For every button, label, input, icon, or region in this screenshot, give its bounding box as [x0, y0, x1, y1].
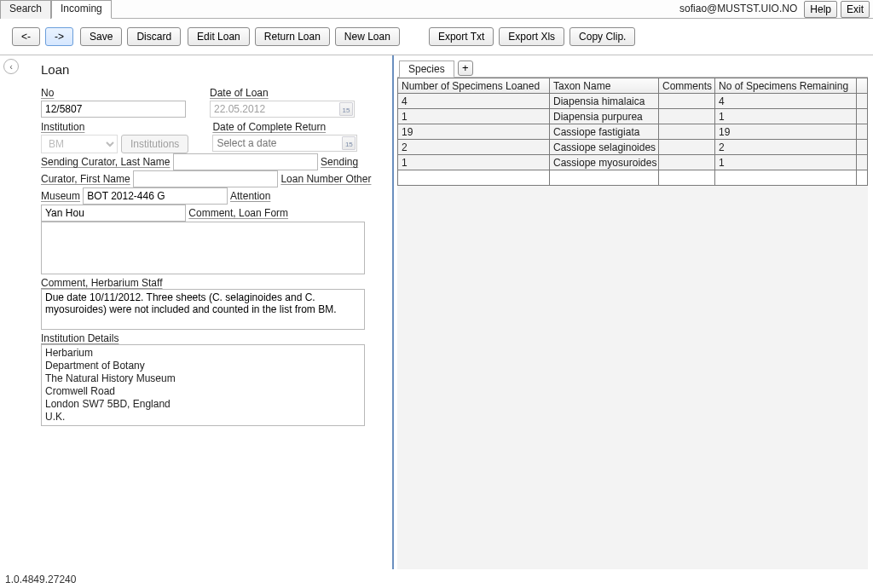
add-species-button[interactable]: + [458, 61, 473, 76]
collapse-left-icon[interactable]: ‹ [3, 59, 19, 74]
col-loaned[interactable]: Number of Specimens Loaned [398, 78, 550, 94]
label-attention: Attention [230, 190, 270, 202]
table-row[interactable]: 1Cassiope myosuroides1 [398, 155, 868, 170]
user-label: sofiao@MUSTST.UIO.NO [679, 0, 804, 14]
table-row[interactable]: 2Cassiope selaginoides2 [398, 140, 868, 155]
cell-comments[interactable] [659, 140, 715, 155]
col-comments[interactable]: Comments [659, 78, 715, 94]
cell-taxon[interactable]: Cassiope myosuroides [550, 155, 659, 170]
table-row[interactable]: 1Diapensia purpurea1 [398, 109, 868, 124]
label-inst-details: Institution Details [41, 332, 119, 344]
label-date-return: Date of Complete Return [212, 121, 357, 133]
loan-no-input[interactable] [41, 101, 186, 118]
table-row-empty[interactable] [398, 170, 868, 186]
cell-loaned[interactable]: 1 [398, 155, 550, 170]
col-extra[interactable] [857, 78, 868, 94]
cell-loaned[interactable]: 19 [398, 124, 550, 140]
cell-empty[interactable] [398, 170, 550, 186]
cell-extra[interactable] [857, 140, 868, 155]
cell-taxon[interactable]: Diapensia himalaica [550, 94, 659, 109]
grid-header-row: Number of Specimens Loaned Taxon Name Co… [398, 78, 868, 94]
sending-last-input[interactable] [173, 153, 318, 170]
institutions-button[interactable]: Institutions [121, 135, 188, 153]
cell-extra[interactable] [857, 109, 868, 124]
cell-comments[interactable] [659, 155, 715, 170]
cell-loaned[interactable]: 1 [398, 109, 550, 124]
species-grid: Number of Specimens Loaned Taxon Name Co… [397, 78, 868, 186]
discard-button[interactable]: Discard [127, 27, 181, 46]
label-institution: Institution [41, 121, 188, 133]
cell-extra[interactable] [857, 124, 868, 140]
top-tabs: Search Incoming [0, 0, 112, 19]
exit-button[interactable]: Exit [841, 1, 870, 18]
return-loan-button[interactable]: Return Loan [255, 27, 330, 46]
new-loan-button[interactable]: New Loan [335, 27, 400, 46]
cell-empty[interactable] [659, 170, 715, 186]
sending-first-input[interactable] [133, 170, 278, 187]
label-comment-loan: Comment, Loan Form [188, 207, 288, 219]
cell-comments[interactable] [659, 94, 715, 109]
cell-empty[interactable] [550, 170, 659, 186]
loan-heading: Loan [41, 62, 377, 77]
help-button[interactable]: Help [804, 1, 837, 18]
cell-loaned[interactable]: 2 [398, 140, 550, 155]
tab-species[interactable]: Species [399, 61, 454, 78]
next-button[interactable]: -> [45, 27, 73, 46]
prev-button[interactable]: <- [12, 27, 40, 46]
date-of-loan-input[interactable] [210, 101, 355, 118]
export-txt-button[interactable]: Export Txt [429, 27, 494, 46]
species-panel: Species + Number of Specimens Loaned Tax… [394, 55, 873, 569]
col-remain[interactable]: No of Specimens Remaining [715, 78, 857, 94]
cell-taxon[interactable]: Cassiope fastigiata [550, 124, 659, 140]
label-no: No [41, 87, 186, 99]
toolbar: <- -> Save Discard Edit Loan Return Loan… [0, 19, 873, 55]
calendar-icon[interactable]: 15 [339, 102, 353, 116]
table-row[interactable]: 19Cassiope fastigiata19 [398, 124, 868, 140]
tab-incoming[interactable]: Incoming [51, 0, 112, 19]
table-row[interactable]: 4Diapensia himalaica4 [398, 94, 868, 109]
cell-remain[interactable]: 1 [715, 109, 857, 124]
cell-comments[interactable] [659, 109, 715, 124]
top-bar: Search Incoming sofiao@MUSTST.UIO.NO Hel… [0, 0, 873, 19]
cell-empty[interactable] [857, 170, 868, 186]
label-date-of-loan: Date of Loan [210, 87, 355, 99]
calendar-icon[interactable]: 15 [342, 136, 356, 150]
main-split: ‹ Loan No Date of Loan 15 Institu [0, 55, 873, 569]
loan-other-input[interactable] [83, 187, 228, 205]
label-comment-staff: Comment, Herbarium Staff [41, 277, 163, 289]
attention-input[interactable] [41, 205, 186, 222]
comment-loan-textarea[interactable] [41, 222, 365, 274]
cell-loaned[interactable]: 4 [398, 94, 550, 109]
inst-details-textarea[interactable]: Herbarium Department of Botany The Natur… [41, 344, 365, 426]
comment-staff-textarea[interactable]: Due date 10/11/2012. Three sheets (C. se… [41, 289, 365, 330]
copy-clip-button[interactable]: Copy Clip. [569, 27, 635, 46]
version-label: 1.0.4849.27240 [5, 574, 76, 585]
cell-remain[interactable]: 2 [715, 140, 857, 155]
save-button[interactable]: Save [80, 27, 122, 46]
species-tabs: Species + [397, 59, 868, 78]
cell-remain[interactable]: 1 [715, 155, 857, 170]
cell-remain[interactable]: 19 [715, 124, 857, 140]
cell-extra[interactable] [857, 155, 868, 170]
loan-panel: ‹ Loan No Date of Loan 15 Institu [0, 55, 394, 569]
cell-taxon[interactable]: Cassiope selaginoides [550, 140, 659, 155]
col-taxon[interactable]: Taxon Name [550, 78, 659, 94]
tab-search[interactable]: Search [0, 0, 51, 19]
cell-taxon[interactable]: Diapensia purpurea [550, 109, 659, 124]
date-return-input[interactable] [212, 135, 357, 152]
export-xls-button[interactable]: Export Xls [499, 27, 564, 46]
status-bar: 1.0.4849.27240 [0, 573, 873, 588]
label-sending-last: Sending Curator, Last Name [41, 156, 170, 168]
cell-extra[interactable] [857, 94, 868, 109]
edit-loan-button[interactable]: Edit Loan [188, 27, 250, 46]
cell-comments[interactable] [659, 124, 715, 140]
institution-select[interactable]: BM [41, 135, 118, 153]
cell-remain[interactable]: 4 [715, 94, 857, 109]
cell-empty[interactable] [715, 170, 857, 186]
